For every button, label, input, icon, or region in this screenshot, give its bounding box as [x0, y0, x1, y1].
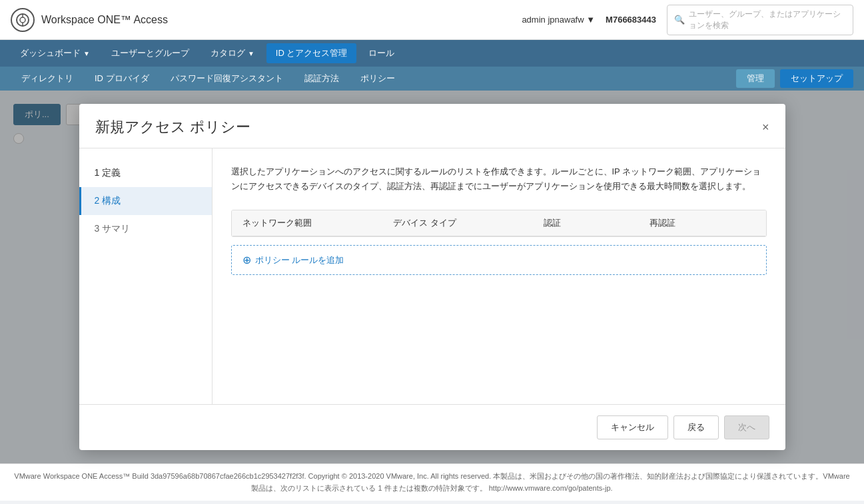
add-rule-container: ⊕ ポリシー ルールを追加	[231, 245, 767, 275]
app-title: Workspace ONE™ Access	[41, 14, 168, 26]
user-info[interactable]: admin jpnawafw ▼	[522, 15, 595, 25]
nav-dashboard[interactable]: ダッシュボード ▼	[11, 43, 99, 63]
step-1[interactable]: 1 定義	[79, 159, 212, 187]
modal-header: 新規アクセス ポリシー ×	[79, 104, 785, 148]
nav-id-access[interactable]: ID とアクセス管理	[266, 43, 357, 63]
close-button[interactable]: ×	[762, 121, 769, 133]
modal-description: 選択したアプリケーションへのアクセスに関するルールのリストを作成できます。ルール…	[231, 164, 767, 194]
nav-role[interactable]: ロール	[359, 43, 404, 63]
chevron-down-icon: ▼	[248, 50, 254, 57]
manage-button[interactable]: 管理	[736, 69, 775, 88]
subnav-policy[interactable]: ポリシー	[350, 67, 406, 90]
modal-dialog: 新規アクセス ポリシー × 1 定義 2 構成 3 サマリ	[79, 104, 785, 450]
modal-body: 1 定義 2 構成 3 サマリ 選択したアプリケーションへのアクセスに関するルー…	[79, 148, 785, 404]
step-3[interactable]: 3 サマリ	[79, 215, 212, 243]
svg-point-1	[20, 17, 25, 23]
back-button[interactable]: 戻る	[673, 415, 719, 439]
main-navbar: ダッシュボード ▼ ユーザーとグループ カタログ ▼ ID とアクセス管理 ロー…	[0, 40, 864, 67]
page-content: ポリ... 新規アクセス ポリシー × 1 定義	[0, 91, 864, 463]
policy-rules-table: ネットワーク範囲 デバイス タイプ 認証 再認証	[231, 210, 767, 237]
modal-footer: キャンセル 戻る 次へ	[79, 404, 785, 450]
subnav-directory[interactable]: ディレクトリ	[11, 67, 84, 90]
nav-users-groups[interactable]: ユーザーとグループ	[102, 43, 199, 63]
tenant-id: M766683443	[606, 15, 656, 25]
next-button[interactable]: 次へ	[724, 415, 769, 439]
global-search[interactable]: 🔍 ユーザー、グループ、またはアプリケーションを検索	[667, 5, 853, 35]
page-footer: VMware Workspace ONE Access™ Build 3da97…	[0, 463, 864, 501]
add-policy-rule-button[interactable]: ⊕ ポリシー ルールを追加	[242, 254, 344, 266]
nav-catalog[interactable]: カタログ ▼	[201, 43, 264, 63]
header-right: admin jpnawafw ▼ M766683443 🔍 ユーザー、グループ、…	[522, 5, 853, 35]
modal-overlay: 新規アクセス ポリシー × 1 定義 2 構成 3 サマリ	[0, 91, 864, 463]
modal-title: 新規アクセス ポリシー	[95, 117, 250, 137]
footer-text: VMware Workspace ONE Access™ Build 3da97…	[14, 472, 849, 492]
step-2[interactable]: 2 構成	[79, 187, 212, 215]
setup-button[interactable]: セットアップ	[780, 69, 853, 88]
subnav-right: 管理 セットアップ	[736, 69, 853, 88]
header-left: Workspace ONE™ Access	[11, 8, 168, 32]
col-device-type: デバイス タイプ	[393, 217, 544, 229]
steps-sidebar: 1 定義 2 構成 3 サマリ	[79, 148, 213, 404]
app-logo	[11, 8, 35, 32]
modal-main-content: 選択したアプリケーションへのアクセスに関するルールのリストを作成できます。ルール…	[213, 148, 785, 404]
subnav-left: ディレクトリ ID プロバイダ パスワード回復アシスタント 認証方法 ポリシー	[11, 67, 406, 90]
subnav-auth-method[interactable]: 認証方法	[294, 67, 350, 90]
subnav-password-recovery[interactable]: パスワード回復アシスタント	[160, 67, 294, 90]
app-header: Workspace ONE™ Access admin jpnawafw ▼ M…	[0, 0, 864, 40]
sub-navbar: ディレクトリ ID プロバイダ パスワード回復アシスタント 認証方法 ポリシー …	[0, 67, 864, 91]
col-reauth: 再認証	[649, 217, 755, 229]
col-network-range: ネットワーク範囲	[242, 217, 393, 229]
plus-circle-icon: ⊕	[242, 254, 251, 266]
chevron-down-icon: ▼	[83, 50, 90, 57]
search-icon: 🔍	[674, 15, 685, 25]
search-placeholder: ユーザー、グループ、またはアプリケーションを検索	[689, 9, 846, 31]
table-header: ネットワーク範囲 デバイス タイプ 認証 再認証	[232, 210, 766, 236]
col-auth: 認証	[544, 217, 649, 229]
subnav-id-provider[interactable]: ID プロバイダ	[84, 67, 160, 90]
cancel-button[interactable]: キャンセル	[597, 415, 668, 439]
